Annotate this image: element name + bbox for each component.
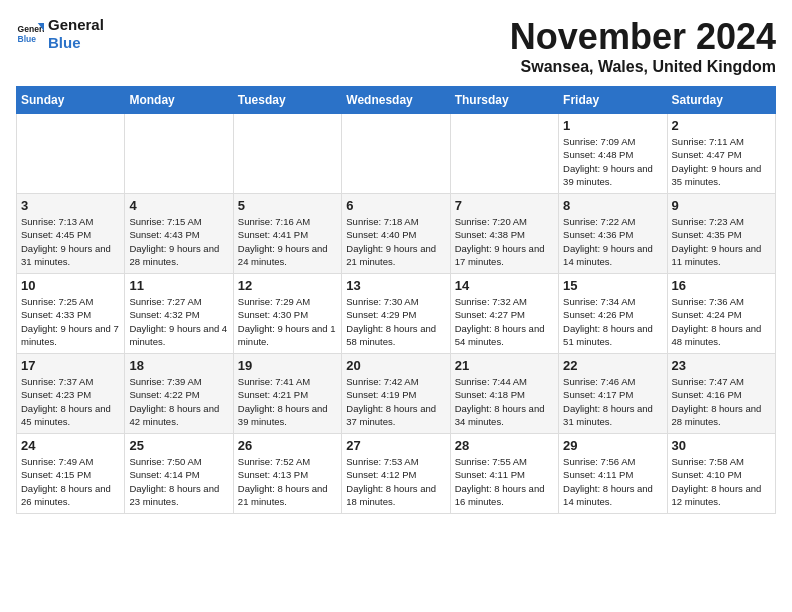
day-number: 27 [346, 438, 445, 453]
calendar-table: SundayMondayTuesdayWednesdayThursdayFrid… [16, 86, 776, 514]
day-cell: 16Sunrise: 7:36 AM Sunset: 4:24 PM Dayli… [667, 274, 775, 354]
day-number: 4 [129, 198, 228, 213]
day-cell: 1Sunrise: 7:09 AM Sunset: 4:48 PM Daylig… [559, 114, 667, 194]
day-cell: 24Sunrise: 7:49 AM Sunset: 4:15 PM Dayli… [17, 434, 125, 514]
location-title: Swansea, Wales, United Kingdom [510, 58, 776, 76]
title-area: November 2024 Swansea, Wales, United Kin… [510, 16, 776, 76]
day-number: 24 [21, 438, 120, 453]
day-cell: 12Sunrise: 7:29 AM Sunset: 4:30 PM Dayli… [233, 274, 341, 354]
day-info: Sunrise: 7:23 AM Sunset: 4:35 PM Dayligh… [672, 215, 771, 268]
day-info: Sunrise: 7:25 AM Sunset: 4:33 PM Dayligh… [21, 295, 120, 348]
day-number: 6 [346, 198, 445, 213]
header-sunday: Sunday [17, 87, 125, 114]
day-cell: 25Sunrise: 7:50 AM Sunset: 4:14 PM Dayli… [125, 434, 233, 514]
day-number: 12 [238, 278, 337, 293]
day-cell: 21Sunrise: 7:44 AM Sunset: 4:18 PM Dayli… [450, 354, 558, 434]
day-info: Sunrise: 7:29 AM Sunset: 4:30 PM Dayligh… [238, 295, 337, 348]
day-info: Sunrise: 7:53 AM Sunset: 4:12 PM Dayligh… [346, 455, 445, 508]
month-title: November 2024 [510, 16, 776, 58]
day-number: 1 [563, 118, 662, 133]
day-info: Sunrise: 7:58 AM Sunset: 4:10 PM Dayligh… [672, 455, 771, 508]
day-number: 13 [346, 278, 445, 293]
day-cell: 17Sunrise: 7:37 AM Sunset: 4:23 PM Dayli… [17, 354, 125, 434]
day-number: 25 [129, 438, 228, 453]
header-saturday: Saturday [667, 87, 775, 114]
day-cell: 22Sunrise: 7:46 AM Sunset: 4:17 PM Dayli… [559, 354, 667, 434]
day-info: Sunrise: 7:47 AM Sunset: 4:16 PM Dayligh… [672, 375, 771, 428]
day-info: Sunrise: 7:55 AM Sunset: 4:11 PM Dayligh… [455, 455, 554, 508]
day-cell: 4Sunrise: 7:15 AM Sunset: 4:43 PM Daylig… [125, 194, 233, 274]
day-cell: 15Sunrise: 7:34 AM Sunset: 4:26 PM Dayli… [559, 274, 667, 354]
logo-icon: General Blue [16, 20, 44, 48]
day-info: Sunrise: 7:41 AM Sunset: 4:21 PM Dayligh… [238, 375, 337, 428]
day-cell: 27Sunrise: 7:53 AM Sunset: 4:12 PM Dayli… [342, 434, 450, 514]
logo: General Blue General Blue [16, 16, 104, 52]
day-info: Sunrise: 7:32 AM Sunset: 4:27 PM Dayligh… [455, 295, 554, 348]
day-info: Sunrise: 7:18 AM Sunset: 4:40 PM Dayligh… [346, 215, 445, 268]
day-number: 9 [672, 198, 771, 213]
day-number: 22 [563, 358, 662, 373]
day-cell: 20Sunrise: 7:42 AM Sunset: 4:19 PM Dayli… [342, 354, 450, 434]
day-cell: 2Sunrise: 7:11 AM Sunset: 4:47 PM Daylig… [667, 114, 775, 194]
day-number: 18 [129, 358, 228, 373]
day-cell: 6Sunrise: 7:18 AM Sunset: 4:40 PM Daylig… [342, 194, 450, 274]
header: General Blue General Blue November 2024 … [16, 16, 776, 76]
header-tuesday: Tuesday [233, 87, 341, 114]
day-info: Sunrise: 7:44 AM Sunset: 4:18 PM Dayligh… [455, 375, 554, 428]
day-number: 16 [672, 278, 771, 293]
day-number: 21 [455, 358, 554, 373]
header-friday: Friday [559, 87, 667, 114]
day-cell: 7Sunrise: 7:20 AM Sunset: 4:38 PM Daylig… [450, 194, 558, 274]
day-cell [233, 114, 341, 194]
day-cell [342, 114, 450, 194]
day-number: 30 [672, 438, 771, 453]
day-info: Sunrise: 7:56 AM Sunset: 4:11 PM Dayligh… [563, 455, 662, 508]
day-info: Sunrise: 7:42 AM Sunset: 4:19 PM Dayligh… [346, 375, 445, 428]
day-number: 7 [455, 198, 554, 213]
day-info: Sunrise: 7:34 AM Sunset: 4:26 PM Dayligh… [563, 295, 662, 348]
day-cell: 30Sunrise: 7:58 AM Sunset: 4:10 PM Dayli… [667, 434, 775, 514]
day-cell: 8Sunrise: 7:22 AM Sunset: 4:36 PM Daylig… [559, 194, 667, 274]
day-number: 3 [21, 198, 120, 213]
logo-line2: Blue [48, 34, 104, 52]
week-row-3: 10Sunrise: 7:25 AM Sunset: 4:33 PM Dayli… [17, 274, 776, 354]
day-number: 23 [672, 358, 771, 373]
svg-text:General: General [18, 24, 44, 34]
week-row-1: 1Sunrise: 7:09 AM Sunset: 4:48 PM Daylig… [17, 114, 776, 194]
day-info: Sunrise: 7:09 AM Sunset: 4:48 PM Dayligh… [563, 135, 662, 188]
day-number: 10 [21, 278, 120, 293]
day-number: 19 [238, 358, 337, 373]
day-info: Sunrise: 7:39 AM Sunset: 4:22 PM Dayligh… [129, 375, 228, 428]
header-thursday: Thursday [450, 87, 558, 114]
day-info: Sunrise: 7:15 AM Sunset: 4:43 PM Dayligh… [129, 215, 228, 268]
day-cell: 26Sunrise: 7:52 AM Sunset: 4:13 PM Dayli… [233, 434, 341, 514]
day-cell: 29Sunrise: 7:56 AM Sunset: 4:11 PM Dayli… [559, 434, 667, 514]
day-info: Sunrise: 7:20 AM Sunset: 4:38 PM Dayligh… [455, 215, 554, 268]
day-cell: 3Sunrise: 7:13 AM Sunset: 4:45 PM Daylig… [17, 194, 125, 274]
day-info: Sunrise: 7:27 AM Sunset: 4:32 PM Dayligh… [129, 295, 228, 348]
day-number: 26 [238, 438, 337, 453]
day-info: Sunrise: 7:52 AM Sunset: 4:13 PM Dayligh… [238, 455, 337, 508]
day-cell: 13Sunrise: 7:30 AM Sunset: 4:29 PM Dayli… [342, 274, 450, 354]
header-wednesday: Wednesday [342, 87, 450, 114]
day-info: Sunrise: 7:50 AM Sunset: 4:14 PM Dayligh… [129, 455, 228, 508]
day-info: Sunrise: 7:16 AM Sunset: 4:41 PM Dayligh… [238, 215, 337, 268]
day-cell: 11Sunrise: 7:27 AM Sunset: 4:32 PM Dayli… [125, 274, 233, 354]
day-info: Sunrise: 7:11 AM Sunset: 4:47 PM Dayligh… [672, 135, 771, 188]
day-cell [450, 114, 558, 194]
day-number: 15 [563, 278, 662, 293]
logo-line1: General [48, 16, 104, 34]
day-cell: 9Sunrise: 7:23 AM Sunset: 4:35 PM Daylig… [667, 194, 775, 274]
calendar-header-row: SundayMondayTuesdayWednesdayThursdayFrid… [17, 87, 776, 114]
week-row-5: 24Sunrise: 7:49 AM Sunset: 4:15 PM Dayli… [17, 434, 776, 514]
day-number: 5 [238, 198, 337, 213]
day-cell: 5Sunrise: 7:16 AM Sunset: 4:41 PM Daylig… [233, 194, 341, 274]
day-info: Sunrise: 7:49 AM Sunset: 4:15 PM Dayligh… [21, 455, 120, 508]
day-info: Sunrise: 7:36 AM Sunset: 4:24 PM Dayligh… [672, 295, 771, 348]
day-number: 14 [455, 278, 554, 293]
week-row-4: 17Sunrise: 7:37 AM Sunset: 4:23 PM Dayli… [17, 354, 776, 434]
day-number: 2 [672, 118, 771, 133]
day-number: 17 [21, 358, 120, 373]
day-number: 28 [455, 438, 554, 453]
day-cell [17, 114, 125, 194]
